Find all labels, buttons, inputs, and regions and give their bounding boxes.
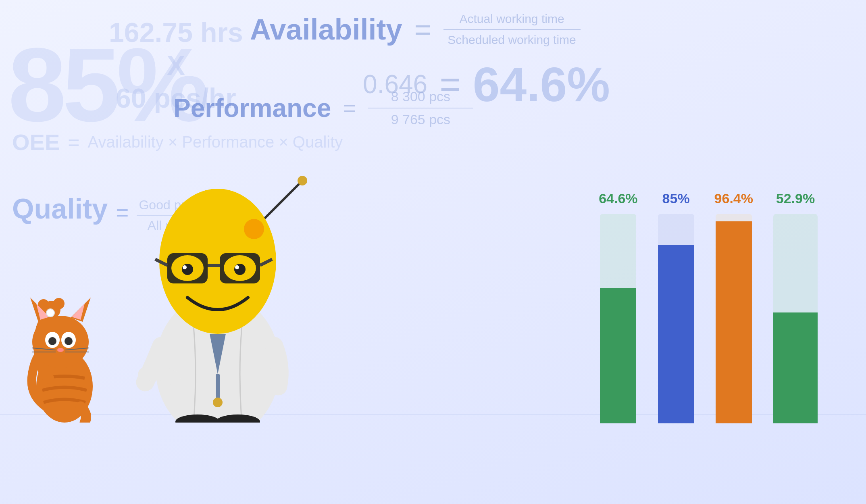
svg-point-32 <box>65 337 73 345</box>
cat-character <box>20 269 101 424</box>
professor-character <box>129 173 323 424</box>
availability-denominator: Scheduled working time <box>448 33 576 47</box>
svg-point-1 <box>298 176 307 185</box>
bar-wrap-oee <box>773 214 818 423</box>
bar-lower-performance <box>658 245 694 423</box>
performance-label: Performance <box>173 93 331 123</box>
bar-group-oee: 52.9% <box>773 191 818 423</box>
bar-upper-quality <box>716 214 752 221</box>
bar-group-quality: 96.4% <box>714 191 753 423</box>
svg-point-24 <box>32 316 89 368</box>
bar-label-quality: 96.4% <box>714 191 753 206</box>
oee-label: OEE <box>12 129 60 155</box>
availability-equals: = <box>414 13 431 46</box>
performance-fraction: 8 300 pcs 9 765 pcs <box>368 89 473 127</box>
bar-wrap-availability <box>600 214 636 423</box>
svg-point-4 <box>213 398 223 407</box>
svg-point-16 <box>235 265 239 269</box>
svg-point-23 <box>53 298 65 309</box>
bar-wrap-performance <box>658 214 694 423</box>
bg-hrs-line1: 162.75 hrs <box>109 16 243 49</box>
bg-hrs-line2: X <box>109 49 243 82</box>
bar-upper-availability <box>600 214 636 288</box>
availability-label: Availability <box>250 13 402 46</box>
svg-point-14 <box>234 264 246 275</box>
availability-percent: 64.6% <box>473 56 610 112</box>
bar-group-performance: 85% <box>658 191 694 423</box>
bar-lower-oee <box>773 312 818 423</box>
bar-upper-oee <box>773 214 818 312</box>
bar-lower-availability <box>600 288 636 423</box>
bar-lower-quality <box>716 221 752 423</box>
bar-label-availability: 64.6% <box>599 191 637 206</box>
svg-point-33 <box>57 348 64 352</box>
bar-chart: 64.6%85%96.4%52.9% <box>599 191 818 423</box>
bar-wrap-quality <box>716 214 752 423</box>
oee-formula: Availability × Performance × Quality <box>87 133 343 151</box>
bar-label-performance: 85% <box>662 191 690 206</box>
bar-group-availability: 64.6% <box>599 191 637 423</box>
quality-equals: = <box>116 200 129 225</box>
performance-block: Performance = 8 300 pcs 9 765 pcs <box>173 89 473 127</box>
svg-point-17 <box>244 219 264 239</box>
bar-label-oee: 52.9% <box>776 191 815 206</box>
availability-fraction: Actual working time Scheduled working ti… <box>443 12 581 47</box>
svg-point-15 <box>183 265 187 269</box>
perf-frac-line <box>368 108 473 108</box>
avail-frac-line <box>443 29 581 30</box>
bar-upper-performance <box>658 214 694 245</box>
oee-formula-block: OEE = Availability × Performance × Quali… <box>12 129 343 155</box>
performance-numerator: 8 300 pcs <box>391 89 450 104</box>
svg-point-38 <box>46 309 54 317</box>
oee-equals: = <box>68 131 79 154</box>
availability-numerator: Actual working time <box>459 12 564 26</box>
svg-rect-3 <box>216 374 220 398</box>
quality-label: Quality <box>12 194 108 225</box>
availability-block: Availability = Actual working time Sched… <box>250 12 581 47</box>
svg-point-13 <box>182 264 193 275</box>
performance-denominator: 9 765 pcs <box>391 112 450 127</box>
performance-equals: = <box>343 95 356 121</box>
svg-point-31 <box>48 337 56 345</box>
